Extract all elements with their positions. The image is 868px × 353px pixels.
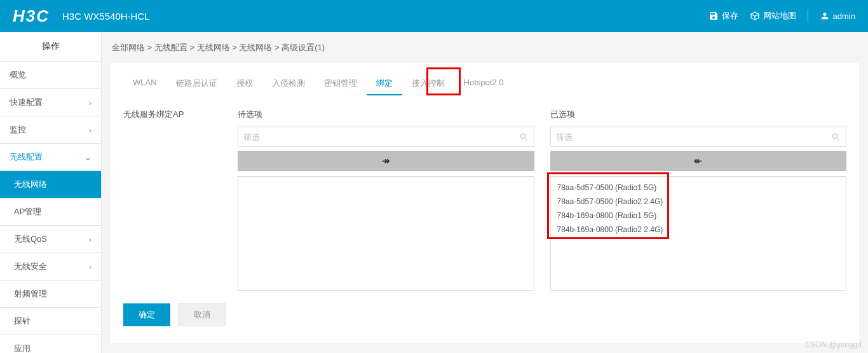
user-icon	[820, 11, 830, 21]
tab-入侵检测[interactable]: 入侵检测	[262, 73, 315, 95]
selected-filter[interactable]	[550, 127, 847, 147]
sidebar-sub-label: AP管理	[14, 206, 41, 218]
user-label: admin	[833, 11, 855, 21]
tab-绑定[interactable]: 绑定	[367, 73, 402, 95]
sitemap-label: 网站地图	[763, 10, 796, 22]
sidebar-sub-无线QoS[interactable]: 无线QoS›	[0, 226, 101, 253]
candidates-title: 待选项	[238, 109, 534, 120]
tab-链路层认证[interactable]: 链路层认证	[166, 73, 227, 95]
chevron-right-icon: ›	[89, 235, 92, 244]
sidebar-sub-label: 无线安全	[14, 261, 47, 272]
divider	[808, 10, 808, 22]
logo: H3C	[13, 6, 50, 26]
sidebar-sub-label: 无线网络	[14, 179, 47, 190]
save-button[interactable]: 保存	[709, 10, 738, 22]
breadcrumb-link[interactable]: 无线配置	[154, 43, 187, 52]
candidates-filter[interactable]	[238, 127, 534, 147]
binding-label: 无线服务绑定AP	[123, 109, 238, 291]
list-item[interactable]: 78aa-5d57-0500 (Radio1 5G)	[551, 181, 846, 195]
product-title: H3C WX5540H-HCL	[62, 11, 150, 22]
sidebar-item-概览[interactable]: 概览	[0, 62, 101, 89]
sidebar-sub-label: 射频管理	[14, 288, 47, 300]
chevron-down-icon: ⌄	[85, 153, 92, 162]
dual-list: 待选项 ↠ 已选项	[238, 109, 846, 291]
sidebar-sub-label: 无线QoS	[14, 233, 47, 245]
tab-Hotspot2.0[interactable]: Hotspot2.0	[454, 73, 513, 95]
sidebar-sub-AP管理[interactable]: AP管理	[0, 198, 101, 226]
app-header: H3C H3C WX5540H-HCL 保存 网站地图 admin	[0, 0, 868, 32]
main-content: 全部网络 > 无线配置 > 无线网络 > 无线网络 > 高级设置(1) WLAN…	[102, 32, 868, 353]
sidebar-sub-应用[interactable]: 应用	[0, 335, 101, 353]
binding-section: 无线服务绑定AP 待选项 ↠ 已选项	[111, 96, 859, 291]
header-actions: 保存 网站地图 admin	[709, 10, 855, 22]
save-label: 保存	[722, 10, 738, 22]
content-panel: WLAN链路层认证授权入侵检测密钥管理绑定接入控制Hotspot2.0 无线服务…	[111, 63, 859, 343]
tab-WLAN[interactable]: WLAN	[123, 73, 166, 95]
candidates-filter-input[interactable]	[243, 132, 515, 142]
move-right-button[interactable]: ↠	[238, 151, 534, 171]
candidates-column: 待选项 ↠	[238, 109, 534, 291]
breadcrumb-link[interactable]: 无线网络	[197, 43, 230, 52]
chevron-right-icon: ›	[89, 98, 92, 107]
breadcrumb-link[interactable]: 全部网络	[112, 43, 145, 52]
selected-list[interactable]: 78aa-5d57-0500 (Radio1 5G)78aa-5d57-0500…	[550, 176, 847, 291]
breadcrumb: 全部网络 > 无线配置 > 无线网络 > 无线网络 > 高级设置(1)	[102, 32, 868, 60]
sidebar-sub-射频管理[interactable]: 射频管理	[0, 280, 101, 308]
sidebar-sub-label: 应用	[14, 343, 31, 353]
tab-授权[interactable]: 授权	[227, 73, 262, 95]
chevron-right-icon: ›	[89, 125, 92, 135]
sidebar-item-label: 监控	[10, 124, 26, 135]
sidebar: 操作 概览快速配置›监控›无线配置⌄无线网络AP管理无线QoS›无线安全›射频管…	[0, 32, 102, 353]
sidebar-item-监控[interactable]: 监控›	[0, 116, 101, 144]
search-icon	[519, 132, 529, 142]
sidebar-sub-无线网络[interactable]: 无线网络	[0, 171, 101, 198]
save-icon	[709, 11, 719, 21]
list-item[interactable]: 78aa-5d57-0500 (Radio2 2.4G)	[551, 195, 846, 209]
sidebar-title: 操作	[0, 32, 101, 62]
tab-密钥管理[interactable]: 密钥管理	[315, 73, 367, 95]
selected-filter-input[interactable]	[556, 132, 827, 142]
search-icon	[831, 132, 841, 142]
list-item[interactable]: 784b-169a-0800 (Radio1 5G)	[551, 209, 846, 223]
tab-接入控制[interactable]: 接入控制	[402, 73, 454, 95]
sidebar-item-无线配置[interactable]: 无线配置⌄	[0, 144, 101, 171]
cancel-button[interactable]: 取消	[178, 303, 226, 326]
sidebar-item-label: 快速配置	[10, 97, 43, 108]
selected-title: 已选项	[550, 109, 847, 120]
list-item[interactable]: 784b-169a-0800 (Radio2 2.4G)	[551, 223, 846, 237]
tabs-bar: WLAN链路层认证授权入侵检测密钥管理绑定接入控制Hotspot2.0	[111, 73, 859, 96]
sidebar-item-快速配置[interactable]: 快速配置›	[0, 89, 101, 116]
watermark: CSDN @yenggd	[805, 340, 862, 349]
sidebar-sub-探针[interactable]: 探针	[0, 308, 101, 335]
selected-column: 已选项 ↞ 78aa-5d57-0500 (Radio1 5G)78aa-5d5…	[550, 109, 847, 291]
user-menu[interactable]: admin	[820, 11, 855, 21]
cube-icon	[750, 11, 760, 21]
move-left-button[interactable]: ↞	[550, 151, 847, 171]
breadcrumb-link[interactable]: 无线网络	[239, 43, 272, 52]
action-bar: 确定 取消	[111, 291, 859, 339]
sidebar-sub-label: 探针	[14, 315, 31, 327]
chevron-right-icon: ›	[89, 262, 92, 272]
breadcrumb-link[interactable]: 高级设置(1)	[281, 43, 325, 52]
candidates-list[interactable]	[238, 176, 534, 291]
sidebar-item-label: 无线配置	[10, 151, 43, 163]
ok-button[interactable]: 确定	[123, 303, 170, 326]
sidebar-sub-无线安全[interactable]: 无线安全›	[0, 253, 101, 280]
sitemap-button[interactable]: 网站地图	[750, 10, 796, 22]
